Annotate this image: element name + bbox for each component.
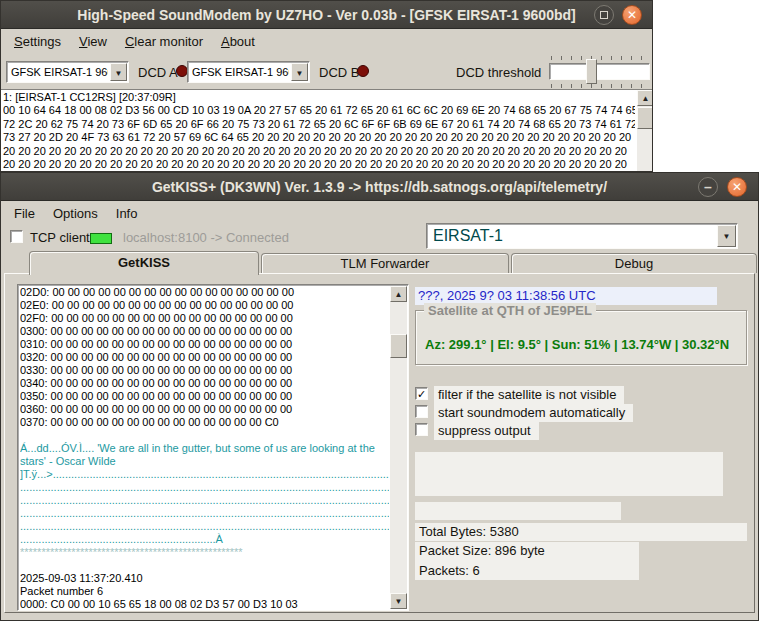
connection-status: localhost:8100 -> Connected	[123, 230, 289, 245]
tcp-client-label: TCP client	[30, 230, 90, 245]
menu-item-file[interactable]: File	[5, 203, 44, 225]
packet-size: Packet Size: 896 byte	[415, 542, 639, 562]
slider-track[interactable]	[549, 63, 650, 80]
modem-a-dropdown-button[interactable]: ▼	[110, 63, 127, 81]
monitor-line: 1: [EIRSAT-1 CC12RS] [20:37:09R]	[3, 91, 635, 104]
packet-terminal[interactable]: 02D0: 00 00 00 00 00 00 00 00 00 00 00 0…	[17, 284, 409, 611]
satellite-dropdown-button[interactable]: ▼	[717, 225, 736, 247]
checkbox-label: filter if the satellite is not visible	[434, 386, 624, 404]
dcd-threshold-slider[interactable]	[549, 54, 650, 88]
monitor-line: 73 27 20 2D 20 4F 73 63 61 72 20 57 69 6…	[3, 131, 635, 144]
terminal-line: 0300: 00 00 00 00 00 00 00 00 00 00 00 0…	[20, 325, 389, 338]
satellite-select[interactable]: EIRSAT-1 ▼	[426, 223, 738, 249]
scroll-down-button[interactable]: ▼	[390, 593, 407, 609]
modem-b-dropdown-button[interactable]: ▼	[291, 63, 308, 81]
menu-item-info[interactable]: Info	[107, 203, 147, 225]
terminal-line	[20, 559, 389, 572]
checkbox-label: suppress output	[434, 422, 539, 440]
tab-debug[interactable]: Debug	[511, 253, 757, 273]
terminal-line: Á...dd....ÓV.Ì.... 'We are all in the gu…	[20, 442, 389, 455]
total-bytes: Total Bytes: 5380	[415, 523, 747, 541]
satellite-select-value: EIRSAT-1	[433, 225, 717, 248]
modem-a-select[interactable]: GFSK EIRSAT-1 9600bd ▼	[6, 61, 129, 83]
terminal-line: ****************************************…	[20, 546, 389, 559]
close-button[interactable]: ✕	[727, 177, 747, 197]
checkbox-start-soundmodem[interactable]	[415, 405, 428, 418]
terminal-line: ........................................…	[20, 507, 389, 520]
monitor-line: 00 10 64 64 18 00 08 02 D3 56 00 CD 10 0…	[3, 104, 635, 117]
terminal-line: 02E0: 00 00 00 00 00 00 00 00 00 00 00 0…	[20, 299, 389, 312]
menu-item-clear-monitor[interactable]: Clear monitor	[116, 31, 212, 53]
checkbox-label: start soundmodem automatically	[434, 404, 633, 422]
tcp-client-checkbox[interactable]	[10, 230, 23, 243]
soundmodem-menubar: SettingsViewClear monitorAbout	[1, 30, 652, 53]
terminal-scrollbar[interactable]: ▲ ▼	[390, 286, 407, 609]
menu-item-about[interactable]: About	[212, 31, 264, 53]
restore-icon	[600, 11, 608, 19]
restore-button[interactable]	[594, 5, 614, 25]
soundmodem-window-title: High-Speed SoundModem by UZ7HO - Ver 0.0…	[77, 7, 575, 23]
info-strip	[415, 502, 621, 520]
output-box	[415, 452, 723, 496]
terminal-line: 0370: 00 00 00 00 00 00 00 00 00 00 00 0…	[20, 416, 389, 429]
minimize-icon: –	[704, 179, 712, 195]
minimize-button[interactable]: –	[698, 177, 718, 197]
close-icon: ✕	[627, 8, 637, 22]
terminal-line: ........................................…	[20, 533, 389, 546]
terminal-line: 0000: C0 00 00 10 65 65 18 00 08 02 D3 5…	[20, 598, 389, 609]
close-button[interactable]: ✕	[622, 5, 642, 25]
getkiss-titlebar: GetKISS+ (DK3WN) Ver. 1.3.9 -> https://d…	[1, 173, 758, 201]
monitor-scrollbar[interactable]: ▲	[637, 90, 653, 172]
monitor-area[interactable]: 1: [EIRSAT-1 CC12RS] [20:37:09R]00 10 64…	[1, 89, 653, 172]
terminal-line: 02F0: 00 00 00 00 00 00 00 00 00 00 00 0…	[20, 312, 389, 325]
getkiss-menubar: FileOptionsInfo	[1, 201, 758, 223]
scrollbar-thumb[interactable]	[390, 334, 407, 358]
monitor-line: 20 20 20 20 20 20 20 20 20 20 20 20 20 2…	[3, 145, 635, 158]
scroll-up-button[interactable]: ▲	[390, 286, 407, 302]
terminal-line: 0330: 00 00 00 00 00 00 00 00 00 00 00 0…	[20, 364, 389, 377]
dcd-b-label: DCD B	[319, 65, 359, 80]
scroll-up-button[interactable]: ▲	[637, 90, 653, 106]
terminal-line: Packet number 6	[20, 585, 389, 598]
tab-tlm-forwarder[interactable]: TLM Forwarder	[261, 253, 509, 273]
terminal-line: 0340: 00 00 00 00 00 00 00 00 00 00 00 0…	[20, 377, 389, 390]
checkbox-suppress-output[interactable]	[415, 423, 428, 436]
menu-item-settings[interactable]: Settings	[5, 31, 70, 53]
menu-item-view[interactable]: View	[70, 31, 116, 53]
dcd-a-label: DCD A	[138, 65, 178, 80]
scroll-down-icon: ▼	[395, 597, 403, 606]
dcd-threshold-label: DCD threshold	[456, 65, 541, 80]
chevron-down-icon: ▼	[296, 69, 304, 78]
slider-thumb[interactable]	[586, 59, 597, 84]
qth-groupbox: Satellite at QTH of JE9PEL Az: 299.1° | …	[415, 310, 747, 365]
terminal-line: 0350: 00 00 00 00 00 00 00 00 00 00 00 0…	[20, 390, 389, 403]
modem-a-value: GFSK EIRSAT-1 9600bd	[11, 62, 108, 82]
scroll-up-icon: ▲	[642, 94, 650, 103]
qth-groupbox-title: Satellite at QTH of JE9PEL	[424, 303, 596, 318]
terminal-line: 2025-09-03 11:37:20.410	[20, 572, 389, 585]
scroll-up-icon: ▲	[395, 290, 403, 299]
modem-b-select[interactable]: GFSK EIRSAT-1 9600bd ▼	[187, 61, 310, 83]
tab-getkiss[interactable]: GetKISS	[29, 251, 259, 275]
terminal-line: stars' - Oscar Wilde	[20, 455, 389, 468]
soundmodem-window: High-Speed SoundModem by UZ7HO - Ver 0.0…	[0, 0, 653, 172]
getkiss-tab-panel: 02D0: 00 00 00 00 00 00 00 00 00 00 00 0…	[4, 273, 755, 613]
scrollbar-thumb[interactable]	[637, 107, 653, 129]
checkbox-filter-if[interactable]: ✓	[415, 387, 428, 400]
chevron-down-icon: ▼	[115, 69, 123, 78]
soundmodem-titlebar: High-Speed SoundModem by UZ7HO - Ver 0.0…	[1, 1, 652, 29]
monitor-line: 20 20 20 20 20 20 20 20 20 20 20 20 20 2…	[3, 158, 635, 171]
terminal-line	[20, 429, 389, 442]
azimuth-elevation-status: Az: 299.1° | El: 9.5° | Sun: 51% | 13.74…	[425, 337, 729, 352]
slider-ticks-top	[551, 56, 648, 60]
getkiss-window: GetKISS+ (DK3WN) Ver. 1.3.9 -> https://d…	[0, 172, 759, 621]
connection-led	[90, 233, 112, 244]
terminal-line: 02D0: 00 00 00 00 00 00 00 00 00 00 00 0…	[20, 286, 389, 299]
dcd-b-led	[357, 65, 369, 77]
terminal-line: 0320: 00 00 00 00 00 00 00 00 00 00 00 0…	[20, 351, 389, 364]
terminal-line: ........................................…	[20, 481, 389, 494]
monitor-line: 72 2C 20 62 75 74 20 73 6F 6D 65 20 6F 6…	[3, 118, 635, 131]
terminal-line: 0310: 00 00 00 00 00 00 00 00 00 00 00 0…	[20, 338, 389, 351]
menu-item-options[interactable]: Options	[44, 203, 107, 225]
packet-terminal-lines: 02D0: 00 00 00 00 00 00 00 00 00 00 00 0…	[20, 286, 389, 609]
